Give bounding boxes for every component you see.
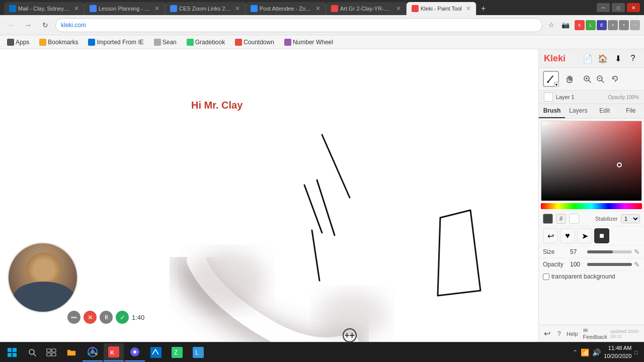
tab-outlook-close[interactable]: ✕ xyxy=(74,5,79,12)
bookmark-numberwheel[interactable]: Number Wheel xyxy=(281,38,336,47)
canvas-area[interactable]: Hi Mr. Clay xyxy=(0,49,538,342)
bookmark-bookmarks[interactable]: Bookmarks xyxy=(36,38,81,47)
forward-button[interactable]: → xyxy=(21,18,35,32)
ext-icon-2[interactable]: L xyxy=(586,20,596,30)
opacity-slider[interactable] xyxy=(587,263,632,266)
arrow-shape-button[interactable]: ➤ xyxy=(577,228,592,243)
stabilizer-select[interactable]: 1235 xyxy=(621,214,640,223)
bookmark-star-icon[interactable]: ☆ xyxy=(545,19,557,31)
camera-icon[interactable]: 📷 xyxy=(559,19,572,31)
help-bottom-button[interactable]: ? xyxy=(554,328,563,340)
ext-icon-3[interactable]: E xyxy=(597,20,607,30)
tab-google-close[interactable]: ✕ xyxy=(235,5,240,12)
zoom-in-button[interactable] xyxy=(581,73,593,85)
help-icon[interactable]: ? xyxy=(627,52,639,64)
maximize-button[interactable]: □ xyxy=(612,3,625,12)
more-options-button[interactable]: ••• xyxy=(67,311,80,324)
tab-outlook[interactable]: Mail - Clay, Sidney S - Outlook ✕ xyxy=(4,2,85,15)
notification-button[interactable]: □ xyxy=(634,349,638,355)
feedback-label[interactable]: ✉ Feedback xyxy=(583,327,607,340)
brush-tool[interactable]: ▼ xyxy=(543,71,559,87)
video-check-button[interactable]: ✓ xyxy=(116,311,129,324)
svg-rect-21 xyxy=(47,349,51,352)
undo-button[interactable] xyxy=(609,73,621,85)
tray-volume-icon[interactable]: 🔊 xyxy=(592,348,601,356)
video-pause-button[interactable]: ⏸ xyxy=(100,311,113,324)
color-picker-area[interactable] xyxy=(539,119,644,211)
new-document-icon[interactable]: 📄 xyxy=(582,52,594,64)
color-gradient[interactable] xyxy=(541,121,642,201)
tab-zoom-title: Post Attendee - Zoom xyxy=(260,6,311,12)
taskbar-kleki[interactable]: K xyxy=(104,343,124,361)
tab-gdrive-close[interactable]: ✕ xyxy=(154,5,159,12)
minimize-button[interactable]: ─ xyxy=(597,3,610,12)
heart-shape-button[interactable]: ♥ xyxy=(560,228,575,243)
tray-network-icon[interactable]: 📶 xyxy=(581,348,589,356)
taskbar-app2[interactable]: L xyxy=(188,343,208,361)
home-icon[interactable]: 🏠 xyxy=(597,52,609,64)
tab-google[interactable]: CES Zoom Links 20-21 - Goog... ✕ xyxy=(165,2,246,15)
secondary-color-swatch[interactable] xyxy=(569,214,579,224)
tray-icons[interactable]: ⌃ xyxy=(573,349,578,356)
primary-color-swatch[interactable] xyxy=(543,214,553,224)
tab-art[interactable]: Art Gr 2-Clay-YR-2021 ✕ xyxy=(326,2,407,15)
taskbar-chrome[interactable] xyxy=(83,343,103,361)
tab-edit[interactable]: Edit xyxy=(592,104,618,118)
task-view-button[interactable] xyxy=(42,343,60,361)
help-label[interactable]: Help xyxy=(567,331,578,337)
reload-button[interactable]: ↻ xyxy=(38,18,52,32)
hex-color-button[interactable]: # xyxy=(556,214,566,224)
bookmark-countdown[interactable]: Countdown xyxy=(232,38,277,47)
hand-icon xyxy=(565,73,576,84)
taskbar-loom[interactable] xyxy=(125,343,145,361)
bookmark-ie[interactable]: Imported From IE xyxy=(85,38,146,47)
size-edit-icon[interactable]: ✎ xyxy=(634,248,640,256)
back-button[interactable]: ← xyxy=(4,18,18,32)
svg-line-6 xyxy=(548,76,553,82)
ext-icon-1[interactable]: K xyxy=(575,20,585,30)
size-label: Size xyxy=(543,248,568,255)
bookmark-gradebook[interactable]: Gradebook xyxy=(184,38,228,47)
tab-kleki-close[interactable]: ✕ xyxy=(466,5,471,12)
fill-shape-button[interactable]: ■ xyxy=(594,228,609,243)
system-clock[interactable]: 11:48 AM 10/20/2020 xyxy=(604,344,631,360)
hand-tool[interactable] xyxy=(562,71,578,87)
opacity-edit-icon[interactable]: ✎ xyxy=(634,260,640,268)
panel-back-button[interactable]: ↩ xyxy=(543,328,551,340)
tab-zoom[interactable]: Post Attendee - Zoom ✕ xyxy=(246,2,326,15)
tab-file[interactable]: File xyxy=(618,104,644,118)
opacity-label-small: Opacity xyxy=(608,95,625,100)
zoom-out-icon xyxy=(596,74,605,83)
zoom-out-button[interactable] xyxy=(594,73,606,85)
ext-icon-6[interactable]: ⋯ xyxy=(630,20,640,30)
svg-rect-31 xyxy=(150,347,162,358)
bookmark-apps[interactable]: Apps xyxy=(4,38,32,47)
tab-brush[interactable]: Brush xyxy=(539,104,565,118)
taskbar-paint[interactable] xyxy=(146,343,166,361)
brush-dropdown[interactable]: ▼ xyxy=(554,82,559,87)
taskbar-app1[interactable]: Z xyxy=(167,343,187,361)
undo-shape-button[interactable]: ↩ xyxy=(543,228,558,243)
svg-line-20 xyxy=(34,354,36,356)
tab-layers[interactable]: Layers xyxy=(565,104,591,118)
tab-kleki[interactable]: Kleki - Paint Tool ✕ xyxy=(407,2,476,15)
new-tab-button[interactable]: + xyxy=(476,2,491,15)
tab-art-close[interactable]: ✕ xyxy=(396,5,401,12)
bookmark-sean[interactable]: Sean xyxy=(151,38,180,47)
taskbar-explorer[interactable] xyxy=(61,343,82,361)
address-bar[interactable]: kleki.com xyxy=(55,18,542,32)
ext-icon-5[interactable]: • xyxy=(619,20,629,30)
transparent-bg-checkbox[interactable] xyxy=(543,274,549,280)
video-close-button[interactable]: ✕ xyxy=(84,311,97,324)
download-icon[interactable]: ⬇ xyxy=(612,52,624,64)
ext-icon-4[interactable]: • xyxy=(608,20,618,30)
search-button[interactable] xyxy=(23,343,41,361)
panel-bottom: ↩ ? Help ✉ Feedback updated 2020-10-11 xyxy=(539,325,644,342)
hue-slider[interactable] xyxy=(541,203,642,209)
close-button[interactable]: ✕ xyxy=(627,3,640,12)
size-slider[interactable] xyxy=(587,250,632,253)
tab-gdrive[interactable]: Lesson Planning - Google Dri... ✕ xyxy=(85,2,165,15)
tab-zoom-close[interactable]: ✕ xyxy=(315,5,320,12)
color-picker-cursor xyxy=(617,162,622,167)
start-button[interactable] xyxy=(2,343,22,361)
